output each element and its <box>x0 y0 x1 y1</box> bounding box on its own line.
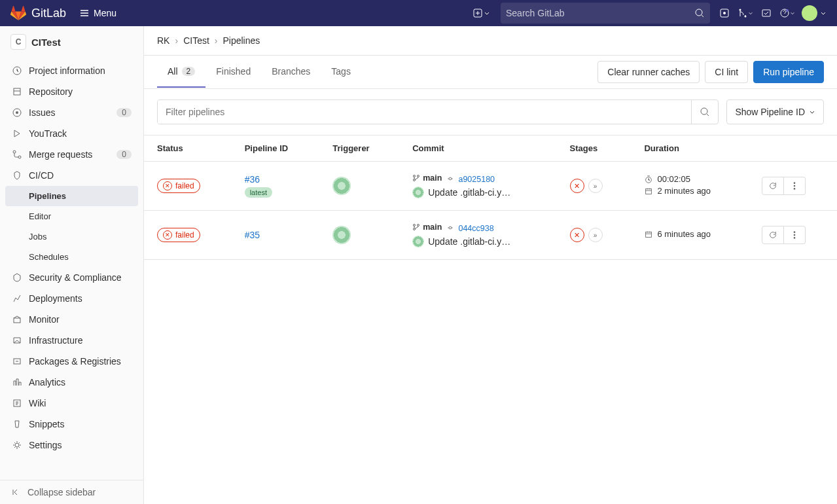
svg-point-1 <box>696 9 702 16</box>
sidebar-item-editor[interactable]: Editor <box>5 206 138 226</box>
stage-status-failed[interactable]: ✕ <box>570 228 584 242</box>
sidebar-item-schedules[interactable]: Schedules <box>5 247 138 267</box>
col-triggerer: Triggerer <box>319 135 399 162</box>
search-input[interactable] <box>506 8 694 18</box>
sidebar-item-issues[interactable]: Issues0 <box>5 102 138 123</box>
svg-rect-6 <box>762 10 770 16</box>
triggerer-avatar[interactable] <box>332 226 351 244</box>
sidebar-item-deployments[interactable]: Deployments <box>5 288 138 309</box>
todos-icon-button[interactable] <box>757 5 775 21</box>
tab-branches[interactable]: Branches <box>261 56 321 88</box>
pipeline-id-link[interactable]: #36 <box>245 174 260 185</box>
triggerer-avatar[interactable] <box>332 177 351 195</box>
merge-requests-icon-button[interactable] <box>734 5 757 21</box>
commit-message[interactable]: Update .gitlab-ci.y… <box>428 236 510 247</box>
sidebar-item-settings[interactable]: Settings <box>5 435 138 456</box>
chevron-down-icon <box>484 10 490 16</box>
gitlab-logo[interactable]: GitLab <box>10 5 66 21</box>
status-badge[interactable]: ✕failed <box>157 179 200 193</box>
sidebar-item-analytics[interactable]: Analytics <box>5 372 138 393</box>
tanuki-icon <box>10 5 26 21</box>
stage-expand-button[interactable]: » <box>588 228 603 242</box>
sidebar-item-security-compliance[interactable]: Security & Compliance <box>5 267 138 288</box>
sidebar-item-infrastructure[interactable]: Infrastructure <box>5 330 138 351</box>
svg-point-27 <box>793 185 795 187</box>
help-button[interactable] <box>775 5 799 21</box>
filter-search-button[interactable] <box>691 100 718 124</box>
sidebar-item-project-information[interactable]: Project information <box>5 60 138 81</box>
menu-button[interactable]: Menu <box>79 8 116 18</box>
commit-message[interactable]: Update .gitlab-ci.y… <box>428 187 510 198</box>
svg-point-30 <box>418 225 419 226</box>
breadcrumb-root[interactable]: RK <box>157 35 169 46</box>
branch-link[interactable]: main <box>412 173 442 183</box>
sidebar-item-pipelines[interactable]: Pipelines <box>5 186 138 206</box>
clear-caches-button[interactable]: Clear runner caches <box>597 61 700 83</box>
sidebar-item-ci-cd[interactable]: CI/CD <box>5 165 138 186</box>
nav-icon <box>12 419 22 429</box>
retry-button[interactable] <box>762 226 784 244</box>
latest-badge: latest <box>245 187 272 198</box>
chevron-down-icon <box>809 109 815 115</box>
tab-all[interactable]: All 2 <box>157 56 205 88</box>
sidebar-item-label: Analytics <box>29 377 65 387</box>
svg-point-34 <box>793 231 795 233</box>
svg-point-3 <box>723 12 726 14</box>
collapse-sidebar-button[interactable]: Collapse sidebar <box>0 480 143 504</box>
svg-rect-15 <box>14 318 20 323</box>
nav-icon <box>12 377 22 387</box>
show-pipeline-id-dropdown[interactable]: Show Pipeline ID <box>726 99 824 124</box>
commit-hash-link[interactable]: 044cc938 <box>458 224 493 233</box>
chevron-down-icon <box>748 10 753 16</box>
tab-finished[interactable]: Finished <box>205 56 261 88</box>
nav-icon <box>12 335 22 346</box>
svg-rect-33 <box>646 232 652 237</box>
nav-icon <box>12 107 22 118</box>
pipeline-id-link[interactable]: #35 <box>245 230 260 240</box>
sidebar-item-wiki[interactable]: Wiki <box>5 393 138 414</box>
user-avatar[interactable] <box>802 5 817 21</box>
project-header[interactable]: C CITest <box>0 26 143 58</box>
commit-avatar <box>412 187 424 198</box>
tab-tags[interactable]: Tags <box>321 56 361 88</box>
breadcrumb: RK › CITest › Pipelines <box>144 26 837 56</box>
create-new-button[interactable] <box>468 6 495 20</box>
more-actions-button[interactable] <box>784 226 806 244</box>
sidebar-item-snippets[interactable]: Snippets <box>5 414 138 435</box>
sidebar-item-monitor[interactable]: Monitor <box>5 309 138 330</box>
nav-icon <box>12 86 22 97</box>
svg-point-18 <box>15 443 19 447</box>
status-badge[interactable]: ✕failed <box>157 228 200 242</box>
sidebar-item-label: Schedules <box>29 252 69 262</box>
merge-icon <box>738 8 748 18</box>
retry-button[interactable] <box>762 177 784 195</box>
sidebar-item-label: Pipelines <box>29 191 66 201</box>
sidebar-item-youtrack[interactable]: YouTrack <box>5 123 138 144</box>
help-icon <box>779 8 790 18</box>
branch-link[interactable]: main <box>412 223 442 232</box>
breadcrumb-project[interactable]: CITest <box>183 35 209 46</box>
stage-status-failed[interactable]: ✕ <box>570 179 584 193</box>
sidebar-item-jobs[interactable]: Jobs <box>5 226 138 247</box>
ci-lint-button[interactable]: CI lint <box>705 61 748 83</box>
breadcrumb-page[interactable]: Pipelines <box>223 35 260 46</box>
timer-icon <box>644 175 653 184</box>
global-search[interactable] <box>501 3 710 24</box>
more-actions-button[interactable] <box>784 177 806 195</box>
commit-hash-link[interactable]: a9025180 <box>458 175 495 184</box>
sidebar-item-repository[interactable]: Repository <box>5 81 138 102</box>
svg-rect-25 <box>646 189 652 194</box>
svg-point-4 <box>739 9 741 11</box>
run-pipeline-button[interactable]: Run pipeline <box>753 61 824 83</box>
sidebar-item-label: Security & Compliance <box>29 272 122 283</box>
sidebar-item-label: Deployments <box>29 293 82 304</box>
issues-icon-button[interactable] <box>715 5 734 21</box>
stage-expand-button[interactable]: » <box>588 179 603 193</box>
filter-pipelines-input[interactable] <box>158 100 691 124</box>
svg-point-21 <box>418 175 419 177</box>
sidebar-item-label: Packages & Registries <box>29 356 121 367</box>
nav-icon <box>12 356 22 367</box>
sidebar-item-packages-registries[interactable]: Packages & Registries <box>5 351 138 372</box>
sidebar-item-merge-requests[interactable]: Merge requests0 <box>5 144 138 165</box>
issues-icon <box>719 8 730 18</box>
